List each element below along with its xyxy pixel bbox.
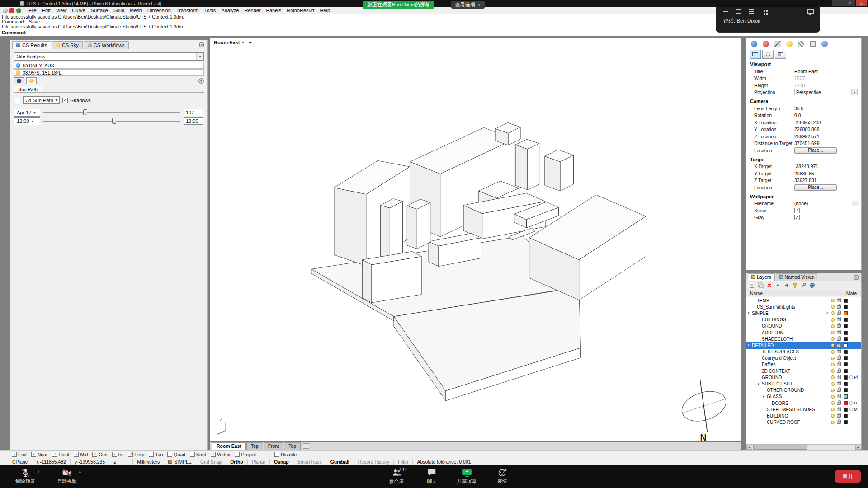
date-slider[interactable] — [43, 109, 180, 116]
gear-icon[interactable] — [198, 78, 204, 84]
osnap-perp[interactable]: ✓Perp — [128, 452, 144, 457]
layer-row-ground[interactable]: GROUND — [746, 323, 861, 329]
layer-row-detailed[interactable]: ▾DETAILED — [746, 342, 861, 348]
scrollbar-thumb[interactable] — [753, 445, 807, 450]
layer-color-swatch[interactable] — [844, 414, 848, 418]
zoom-view-options-button[interactable]: 查看选项 ∨ — [451, 1, 485, 9]
menu-panels[interactable]: Panels — [264, 8, 284, 13]
layer-on-bulb-icon[interactable] — [831, 350, 835, 354]
layer-color-swatch[interactable] — [844, 350, 848, 354]
layer-lock-icon[interactable] — [837, 312, 841, 315]
date-combo[interactable]: Apr 17▾ — [14, 109, 40, 117]
layer-on-bulb-icon[interactable] — [831, 331, 835, 334]
unmute-button[interactable]: 解除静音 ∧ — [5, 467, 46, 485]
layer-lock-icon[interactable] — [837, 331, 841, 334]
layer-color-swatch[interactable] — [844, 318, 848, 322]
viewport-tab-1-top[interactable]: Top — [246, 442, 263, 450]
layer-row-3d-context[interactable]: 3D CONTEXT — [746, 368, 861, 374]
layers-horizontal-scrollbar[interactable]: ◀ ▶ — [746, 444, 861, 450]
zoom-grid-view-icon[interactable] — [761, 9, 768, 14]
move-left-icon[interactable] — [783, 282, 790, 289]
filename-value[interactable]: (none) — [794, 201, 850, 206]
height-value[interactable]: 1218 — [794, 83, 861, 88]
zoom-minimize-icon[interactable] — [722, 9, 729, 14]
osnap-vertex[interactable]: ✓Vertex — [211, 452, 231, 457]
menu-view[interactable]: View — [53, 8, 70, 13]
layer-material[interactable]: Pl — [849, 375, 861, 380]
layer-color-swatch[interactable] — [844, 311, 848, 315]
cs-tab-cs-sky[interactable]: CS Sky — [52, 41, 83, 49]
layer-on-bulb-icon[interactable] — [831, 369, 835, 373]
camera-location-button[interactable]: Place... — [794, 147, 837, 154]
chat-button[interactable]: 聊天 — [414, 467, 449, 485]
participants-button[interactable]: 参会者 144 — [379, 467, 414, 485]
layer-color-swatch[interactable] — [844, 394, 848, 399]
z-location-value[interactable]: 259992.571 — [794, 134, 861, 139]
layer-row-curved-roof[interactable]: CURVED ROOF — [746, 419, 861, 426]
layer-lock-icon[interactable] — [837, 324, 841, 328]
box-tab-icon[interactable] — [810, 41, 816, 47]
layer-row-addition[interactable]: ADDITION — [746, 329, 861, 336]
status-toggle-filter[interactable]: Filter — [394, 459, 413, 465]
menu-surface[interactable]: Surface — [88, 8, 111, 13]
status-toggle-smarttrack[interactable]: SmartTrack — [293, 459, 326, 465]
layer-color-swatch[interactable] — [844, 324, 848, 328]
light-tab-icon[interactable] — [786, 41, 793, 47]
layer-color-swatch[interactable] — [844, 408, 848, 412]
osnap-int[interactable]: ✓Int — [112, 452, 124, 457]
hatch-tab-icon[interactable] — [798, 41, 804, 47]
layer-row-subject-site[interactable]: ▾SUBJECT SITE — [746, 380, 861, 387]
sun-path-checkbox[interactable] — [15, 98, 20, 103]
zoom-gallery-view-icon[interactable] — [748, 9, 755, 14]
layer-lock-icon[interactable] — [837, 376, 841, 379]
menu-edit[interactable]: Edit — [39, 8, 53, 13]
layer-color-swatch[interactable] — [844, 369, 848, 373]
layer-lock-icon[interactable] — [837, 402, 841, 405]
layer-on-bulb-icon[interactable] — [831, 363, 835, 366]
shadows-checkbox[interactable]: ✓ — [62, 98, 68, 103]
tab-named-views[interactable]: Named Views — [776, 273, 818, 281]
analysis-type-select[interactable]: Site Analysis ▾ — [14, 52, 204, 61]
osnap-quad[interactable]: Quad — [167, 452, 185, 457]
layer-on-bulb-icon[interactable] — [831, 375, 835, 379]
layer-material[interactable]: M — [849, 407, 861, 412]
menu-rhinoresurf[interactable]: RhinoResurf — [284, 8, 317, 13]
layer-color-swatch[interactable] — [844, 331, 848, 335]
coordinates-row[interactable]: 33.95°S, 151.18°E — [14, 69, 204, 76]
layer-row-doors[interactable]: DOORSG — [746, 400, 861, 406]
status-toggle-planar[interactable]: Planar — [248, 459, 270, 465]
layer-lock-icon[interactable] — [837, 344, 841, 347]
browse-button[interactable] — [852, 201, 859, 206]
wallpaper-gray-checkbox[interactable]: ✓ — [794, 215, 800, 220]
menu-render[interactable]: Render — [242, 8, 264, 13]
new-viewport-tab-button[interactable] — [303, 443, 309, 449]
layer-row-simple[interactable]: ▾SIMPLE✓ — [746, 310, 861, 316]
chevron-up-icon[interactable]: ∧ — [78, 469, 81, 474]
location-row[interactable]: SYDNEY,-AUS — [14, 62, 204, 69]
viewport-tab-0-room-east[interactable]: Room East — [212, 442, 246, 450]
title-value[interactable]: Room East — [794, 69, 861, 74]
projection-select[interactable]: Perspective▾ — [794, 89, 858, 95]
app-icon[interactable] — [3, 8, 8, 13]
x-target-value[interactable]: -38248.971 — [794, 164, 861, 169]
scroll-left-icon[interactable]: ◀ — [746, 445, 752, 450]
maximize-button[interactable]: □ — [844, 0, 855, 6]
viewport-tab-3-top[interactable]: Top — [284, 442, 301, 450]
layer-lock-icon[interactable] — [837, 305, 841, 309]
layer-color-swatch[interactable] — [844, 420, 848, 424]
viewport-menu-arrow-icon[interactable]: ▾ — [242, 41, 244, 45]
globe-icon[interactable] — [808, 282, 816, 289]
layer-color-swatch[interactable] — [844, 356, 848, 360]
layer-row-steel-mesh-shades[interactable]: STEEL MESH SHADESM — [746, 406, 861, 413]
properties-tab-icon[interactable] — [751, 41, 757, 47]
layer-lock-icon[interactable] — [837, 357, 841, 360]
viewport-title[interactable]: Room East — [214, 40, 240, 45]
new-sublayer-icon[interactable] — [757, 282, 764, 289]
gear-icon[interactable] — [199, 42, 204, 47]
move-up-icon[interactable] — [774, 282, 782, 289]
tab-sun-path[interactable]: Sun Path — [14, 86, 42, 92]
menu-analyze[interactable]: Analyze — [218, 8, 241, 13]
y-location-value[interactable]: 226880.868 — [794, 127, 861, 132]
leave-meeting-button[interactable]: 离开 — [835, 470, 861, 483]
menu-mesh[interactable]: Mesh — [127, 8, 145, 13]
